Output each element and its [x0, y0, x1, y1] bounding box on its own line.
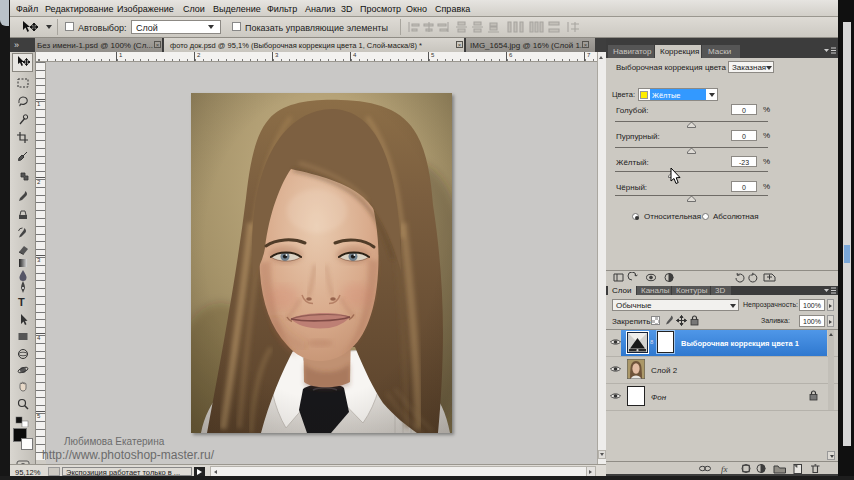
svg-text:fx: fx [721, 464, 728, 474]
